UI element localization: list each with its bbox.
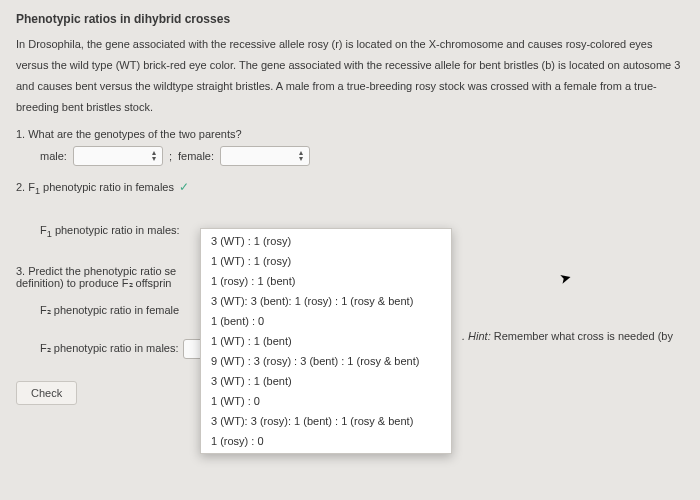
ratio-option[interactable]: 3 (WT) : 1 (bent) bbox=[201, 371, 451, 391]
caret-icon bbox=[299, 149, 303, 163]
ratio-option[interactable]: 3 (WT) : 1 (rosy) bbox=[201, 231, 451, 251]
female-label: female: bbox=[178, 150, 214, 162]
q2-suffix: phenotypic ratio in females bbox=[40, 181, 174, 193]
ratio-option[interactable]: 1 (rosy) : 0 bbox=[201, 431, 451, 451]
q2-prefix: 2. F bbox=[16, 181, 35, 193]
check-button[interactable]: Check bbox=[16, 381, 77, 405]
hint-label: . Hint: bbox=[462, 330, 491, 342]
check-icon: ✓ bbox=[179, 180, 189, 194]
ratio-dropdown[interactable]: 3 (WT) : 1 (rosy)1 (WT) : 1 (rosy)1 (ros… bbox=[200, 228, 452, 454]
q3-f2-male: F₂ phenotypic ratio in males: bbox=[40, 342, 179, 355]
male-label: male: bbox=[40, 150, 67, 162]
q2-prompt: 2. F1 phenotypic ratio in females ✓ bbox=[16, 180, 684, 196]
ratio-option[interactable]: 9 (WT) : 3 (rosy) : 3 (bent) : 1 (rosy &… bbox=[201, 351, 451, 371]
ratio-option[interactable]: 3 (WT): 3 (rosy): 1 (bent) : 1 (rosy & b… bbox=[201, 411, 451, 431]
separator: ; bbox=[169, 150, 172, 162]
ratio-option[interactable]: 1 (rosy) : 1 (bent) bbox=[201, 271, 451, 291]
male-genotype-select[interactable] bbox=[73, 146, 163, 166]
q2m-suffix: phenotypic ratio in males: bbox=[52, 224, 180, 236]
female-genotype-select[interactable] bbox=[220, 146, 310, 166]
hint-body: Remember what cross is needed (by bbox=[491, 330, 673, 342]
ratio-option[interactable]: 1 (WT) : 1 (bent) bbox=[201, 331, 451, 351]
ratio-option[interactable]: 1 (bent) : 0 bbox=[201, 311, 451, 331]
ratio-option[interactable]: 1 (WT) : 1 (rosy) bbox=[201, 251, 451, 271]
caret-icon bbox=[152, 149, 156, 163]
q1-prompt: 1. What are the genotypes of the two par… bbox=[16, 128, 684, 140]
ratio-option[interactable]: 3 (WT): 3 (bent): 1 (rosy) : 1 (rosy & b… bbox=[201, 291, 451, 311]
ratio-option[interactable]: 1 (WT) : 0 bbox=[201, 391, 451, 411]
page-title: Phenotypic ratios in dihybrid crosses bbox=[16, 12, 684, 26]
question-1: 1. What are the genotypes of the two par… bbox=[16, 128, 684, 166]
intro-paragraph: In Drosophila, the gene associated with … bbox=[16, 34, 684, 118]
q2m-prefix: F bbox=[40, 224, 47, 236]
hint-text: . Hint: Remember what cross is needed (b… bbox=[462, 330, 673, 342]
